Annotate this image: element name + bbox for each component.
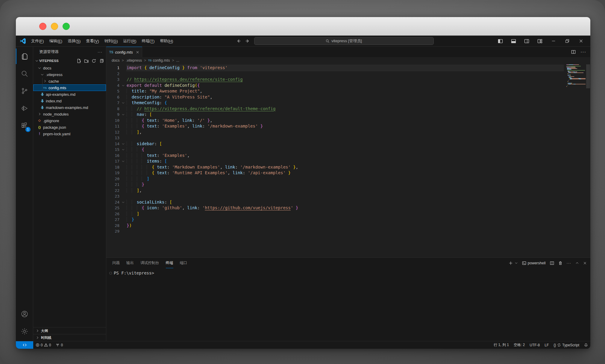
tree-item-cache[interactable]: cache xyxy=(33,78,106,84)
code-line-28[interactable]: 28}) xyxy=(106,223,563,229)
indentation-status[interactable]: 空格: 2 xyxy=(511,341,527,349)
code-line-3[interactable]: 3// https://vitepress.dev/reference/site… xyxy=(106,77,563,83)
fold-spacer[interactable] xyxy=(119,217,127,223)
line-number[interactable]: 15 xyxy=(106,147,119,153)
tree-item-index-md[interactable]: index.md xyxy=(33,98,106,104)
line-number[interactable]: 26 xyxy=(106,211,119,217)
encoding-status[interactable]: UTF-8 xyxy=(527,341,542,349)
fold-spacer[interactable] xyxy=(119,129,127,135)
line-number[interactable]: 13 xyxy=(106,135,119,141)
code-line-2[interactable]: 2 xyxy=(106,71,563,77)
line-number[interactable]: 6 xyxy=(106,94,119,100)
line-number[interactable]: 23 xyxy=(106,193,119,199)
breadcrumb-item[interactable]: docs xyxy=(112,58,119,63)
line-number[interactable]: 21 xyxy=(106,182,119,188)
fold-spacer[interactable] xyxy=(119,77,127,83)
panel-tab-端口[interactable]: 端口 xyxy=(180,258,187,268)
code-line-11[interactable]: 11 { text: 'Examples', link: '/markdown-… xyxy=(106,123,563,129)
menu-v[interactable]: 查看(V) xyxy=(83,36,101,46)
problems-status[interactable]: 0 0 xyxy=(33,341,53,349)
code-line-9[interactable]: 9 nav: [ xyxy=(106,112,563,118)
editor-scrollbar[interactable] xyxy=(586,64,590,88)
macos-titlebar[interactable] xyxy=(16,17,590,36)
code-line-8[interactable]: 8 // https://vitepress.dev/reference/def… xyxy=(106,106,563,112)
fold-spacer[interactable] xyxy=(119,182,127,188)
eol-status[interactable]: LF xyxy=(542,341,551,349)
settings-gear-icon[interactable] xyxy=(16,324,33,339)
code-line-18[interactable]: 18 { text: 'Markdown Examples', link: '/… xyxy=(106,164,563,170)
code-line-27[interactable]: 27 } xyxy=(106,217,563,223)
terminal-content[interactable]: PS F:\vitepress> xyxy=(106,268,590,341)
tree-item-package-json[interactable]: {}package.json xyxy=(33,124,106,131)
line-number[interactable]: 2 xyxy=(106,71,119,77)
terminal-dropdown-icon[interactable] xyxy=(515,261,518,265)
code-line-25[interactable]: 25 { icon: 'github', link: 'https://gith… xyxy=(106,205,563,211)
code-line-23[interactable]: 23 xyxy=(106,193,563,199)
ports-status[interactable]: 0 xyxy=(53,341,65,349)
maximize-panel-icon[interactable] xyxy=(575,261,579,265)
fold-chevron-icon[interactable] xyxy=(119,83,127,89)
line-number[interactable]: 27 xyxy=(106,217,119,223)
line-number[interactable]: 28 xyxy=(106,223,119,229)
fold-spacer[interactable] xyxy=(119,164,127,170)
refresh-icon[interactable] xyxy=(92,59,96,63)
tree-item-config-mts[interactable]: TSconfig.mts xyxy=(33,84,106,91)
fold-spacer[interactable] xyxy=(119,65,127,71)
fold-spacer[interactable] xyxy=(119,153,127,159)
code-line-4[interactable]: 4export default defineConfig({ xyxy=(106,83,563,89)
code-line-14[interactable]: 14 sidebar: [ xyxy=(106,141,563,147)
remote-indicator[interactable] xyxy=(16,341,33,349)
zoom-traffic-button[interactable] xyxy=(63,23,70,30)
close-tab-icon[interactable] xyxy=(136,51,139,54)
code-line-26[interactable]: 26 ] xyxy=(106,211,563,217)
line-number[interactable]: 12 xyxy=(106,129,119,135)
code-line-7[interactable]: 7 themeConfig: { xyxy=(106,100,563,106)
breadcrumb-item[interactable]: ... xyxy=(176,58,179,63)
notifications-bell[interactable] xyxy=(582,341,590,349)
new-file-icon[interactable] xyxy=(77,59,81,63)
toggle-sidebar-icon[interactable] xyxy=(494,36,507,47)
code-line-17[interactable]: 17 items: [ xyxy=(106,158,563,164)
close-traffic-button[interactable] xyxy=(39,23,46,30)
language-status[interactable]: {} TypeScript xyxy=(551,341,582,349)
line-number[interactable]: 1 xyxy=(106,65,119,71)
minimize-window-icon[interactable] xyxy=(547,36,560,47)
outline-section[interactable]: 大纲 xyxy=(33,327,106,334)
split-editor-icon[interactable] xyxy=(571,50,576,54)
code-line-12[interactable]: 12 ], xyxy=(106,129,563,135)
powershell-terminal-item[interactable]: powershell xyxy=(522,261,546,265)
close-window-icon[interactable] xyxy=(574,36,588,47)
line-number[interactable]: 25 xyxy=(106,205,119,211)
code-line-22[interactable]: 22 ], xyxy=(106,188,563,194)
menu-f[interactable]: 文件(F) xyxy=(28,36,47,46)
line-number[interactable]: 9 xyxy=(106,112,119,118)
fold-spacer[interactable] xyxy=(119,123,127,129)
menu-r[interactable]: 运行(R) xyxy=(121,36,139,46)
collapse-all-icon[interactable] xyxy=(99,59,104,63)
fold-spacer[interactable] xyxy=(119,205,127,211)
line-number[interactable]: 7 xyxy=(106,100,119,106)
line-number[interactable]: 11 xyxy=(106,123,119,129)
restore-window-icon[interactable] xyxy=(560,36,574,47)
panel-tab-问题[interactable]: 问题 xyxy=(112,258,120,268)
forward-arrow-icon[interactable] xyxy=(245,39,250,43)
breadcrumb-item[interactable]: TSconfig.mts xyxy=(148,58,170,63)
code-line-24[interactable]: 24 socialLinks: [ xyxy=(106,199,563,205)
fold-spacer[interactable] xyxy=(119,118,127,124)
fold-spacer[interactable] xyxy=(119,211,127,217)
fold-chevron-icon[interactable] xyxy=(119,147,127,153)
run-debug-icon[interactable] xyxy=(16,101,33,116)
fold-chevron-icon[interactable] xyxy=(119,141,127,147)
explorer-more-icon[interactable]: ··· xyxy=(98,50,102,54)
tree-item-api-examples-md[interactable]: api-examples.md xyxy=(33,91,106,98)
fold-chevron-icon[interactable] xyxy=(119,112,127,118)
fold-spacer[interactable] xyxy=(119,228,127,234)
menu-g[interactable]: 转到(G) xyxy=(102,36,121,46)
menu-h[interactable]: 帮助(H) xyxy=(157,36,176,46)
line-number[interactable]: 24 xyxy=(106,199,119,205)
account-icon[interactable] xyxy=(16,306,33,322)
code-editor[interactable]: 1import { defineConfig } from 'vitepress… xyxy=(106,64,590,257)
editor-more-icon[interactable]: ··· xyxy=(580,49,586,55)
new-terminal-icon[interactable] xyxy=(509,261,513,265)
code-line-20[interactable]: 20 ] xyxy=(106,176,563,182)
